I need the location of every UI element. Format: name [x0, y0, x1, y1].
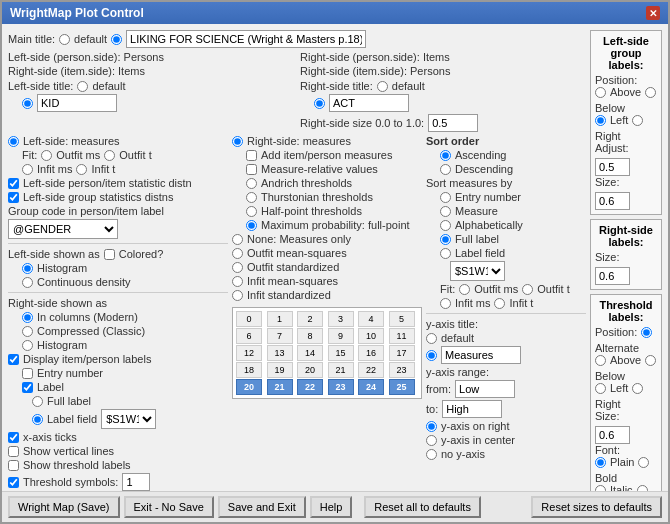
add-person-checkbox[interactable] [246, 150, 257, 161]
y-to-input[interactable] [442, 400, 502, 418]
right-title-custom-radio[interactable] [314, 98, 325, 109]
x-axis-ticks-checkbox[interactable] [8, 432, 19, 443]
outfit-std-radio[interactable] [232, 262, 243, 273]
save-exit-button[interactable]: Save and Exit [218, 496, 306, 518]
num-cell-24h[interactable]: 24 [358, 379, 384, 395]
y-axis-right-radio[interactable] [426, 421, 437, 432]
close-button[interactable]: ✕ [646, 6, 660, 20]
num-cell-20[interactable]: 20 [297, 362, 323, 378]
num-cell-23[interactable]: 23 [389, 362, 415, 378]
main-title-input[interactable] [126, 30, 366, 48]
sort-full-label-radio[interactable] [440, 234, 451, 245]
no-y-axis-radio[interactable] [426, 449, 437, 460]
sort-entry-radio[interactable] [440, 192, 451, 203]
num-cell-5[interactable]: 5 [389, 311, 415, 327]
andrich-radio[interactable] [246, 178, 257, 189]
left-infit-ms-radio[interactable] [22, 164, 33, 175]
tl-alternate-radio[interactable] [641, 327, 652, 338]
tl-plain-radio[interactable] [595, 457, 606, 468]
sort-measure-radio[interactable] [440, 206, 451, 217]
show-vertical-checkbox[interactable] [8, 446, 19, 457]
lgl-adjust-input[interactable] [595, 158, 630, 176]
num-cell-15[interactable]: 15 [328, 345, 354, 361]
left-histogram-radio[interactable] [22, 263, 33, 274]
y-axis-center-radio[interactable] [426, 435, 437, 446]
threshold-symbols-input[interactable] [122, 473, 150, 491]
sort-infit-t-radio[interactable] [494, 298, 505, 309]
right-measures-radio[interactable] [232, 136, 243, 147]
threshold-symbols-checkbox[interactable] [8, 477, 19, 488]
left-title-default-radio[interactable] [77, 81, 88, 92]
ascending-radio[interactable] [440, 150, 451, 161]
measure-relative-checkbox[interactable] [246, 164, 257, 175]
num-cell-12[interactable]: 12 [236, 345, 262, 361]
rsl-size-input[interactable] [595, 267, 630, 285]
num-cell-7[interactable]: 7 [267, 328, 293, 344]
wright-map-button[interactable]: Wright Map (Save) [8, 496, 120, 518]
num-cell-21h[interactable]: 21 [267, 379, 293, 395]
num-cell-23h[interactable]: 23 [328, 379, 354, 395]
left-outfit-t-radio[interactable] [104, 150, 115, 161]
right-title-default-radio[interactable] [377, 81, 388, 92]
reset-sizes-button[interactable]: Reset sizes to defaults [531, 496, 662, 518]
left-group-stats-checkbox[interactable] [8, 192, 19, 203]
descending-radio[interactable] [440, 164, 451, 175]
left-title-custom-radio[interactable] [22, 98, 33, 109]
right-size-input[interactable] [428, 114, 478, 132]
none-measures-radio[interactable] [232, 234, 243, 245]
num-cell-3[interactable]: 3 [328, 311, 354, 327]
lgl-size-input[interactable] [595, 192, 630, 210]
label-field-select[interactable]: $S1W1 [101, 409, 156, 429]
display-labels-checkbox[interactable] [8, 354, 19, 365]
sort-label-field-radio[interactable] [440, 248, 451, 259]
infit-ms-radio[interactable] [232, 276, 243, 287]
sort-alpha-radio[interactable] [440, 220, 451, 231]
sort-outfit-ms-radio[interactable] [459, 284, 470, 295]
num-cell-21[interactable]: 21 [328, 362, 354, 378]
sort-label-field-select[interactable]: $S1W1 [450, 261, 505, 281]
exit-no-save-button[interactable]: Exit - No Save [124, 496, 214, 518]
num-cell-0[interactable]: 0 [236, 311, 262, 327]
left-outfit-ms-radio[interactable] [41, 150, 52, 161]
help-button[interactable]: Help [310, 496, 353, 518]
right-title-input[interactable] [329, 94, 409, 112]
infit-std-radio[interactable] [232, 290, 243, 301]
left-colored-checkbox[interactable] [104, 249, 115, 260]
outfit-ms-radio[interactable] [232, 248, 243, 259]
reset-all-button[interactable]: Reset all to defaults [364, 496, 481, 518]
sort-outfit-t-radio[interactable] [522, 284, 533, 295]
left-title-input[interactable] [37, 94, 117, 112]
right-compressed-radio[interactable] [22, 326, 33, 337]
num-cell-9[interactable]: 9 [328, 328, 354, 344]
main-title-default-radio[interactable] [59, 34, 70, 45]
lgl-below-radio[interactable] [645, 87, 656, 98]
y-title-input[interactable] [441, 346, 521, 364]
lgl-above-radio[interactable] [595, 87, 606, 98]
full-label-radio[interactable] [32, 396, 43, 407]
num-cell-13[interactable]: 13 [267, 345, 293, 361]
left-continuous-radio[interactable] [22, 277, 33, 288]
tl-left-radio[interactable] [595, 383, 606, 394]
main-title-custom-radio[interactable] [111, 34, 122, 45]
entry-number-checkbox[interactable] [22, 368, 33, 379]
num-cell-14[interactable]: 14 [297, 345, 323, 361]
tl-above-radio[interactable] [595, 355, 606, 366]
num-cell-22h[interactable]: 22 [297, 379, 323, 395]
num-cell-17[interactable]: 17 [389, 345, 415, 361]
tl-bold-radio[interactable] [638, 457, 649, 468]
num-cell-1[interactable]: 1 [267, 311, 293, 327]
lgl-right-radio[interactable] [632, 115, 643, 126]
left-infit-t-radio[interactable] [76, 164, 87, 175]
num-cell-18[interactable]: 18 [236, 362, 262, 378]
right-columns-radio[interactable] [22, 312, 33, 323]
num-cell-8[interactable]: 8 [297, 328, 323, 344]
num-cell-10[interactable]: 10 [358, 328, 384, 344]
lgl-left-radio[interactable] [595, 115, 606, 126]
num-cell-20h[interactable]: 20 [236, 379, 262, 395]
num-cell-22[interactable]: 22 [358, 362, 384, 378]
num-cell-11[interactable]: 11 [389, 328, 415, 344]
tl-right-radio[interactable] [632, 383, 643, 394]
right-histogram-radio[interactable] [22, 340, 33, 351]
y-title-default-radio[interactable] [426, 333, 437, 344]
sort-infit-ms-radio[interactable] [440, 298, 451, 309]
